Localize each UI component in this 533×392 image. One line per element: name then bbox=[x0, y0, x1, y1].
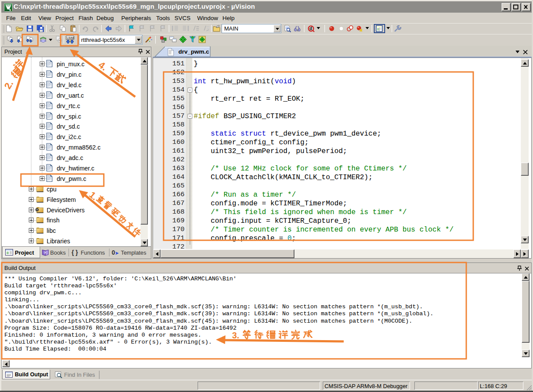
svg-text:s: s bbox=[9, 8, 11, 12]
svg-text:d: d bbox=[310, 26, 312, 31]
svg-text:?: ? bbox=[44, 251, 46, 255]
svg-text:LOAD: LOAD bbox=[67, 36, 74, 39]
